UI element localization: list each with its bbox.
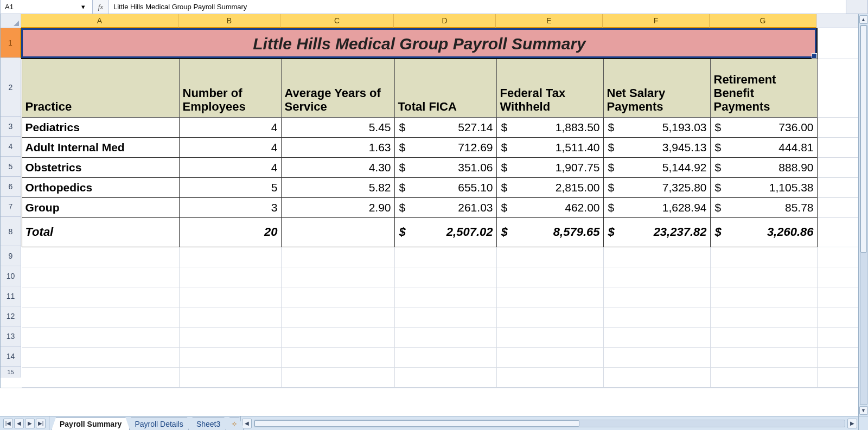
row-header-12[interactable]: 12: [1, 306, 21, 326]
cell-empty[interactable]: [394, 247, 496, 267]
cell-empty[interactable]: [281, 367, 394, 387]
cell-empty[interactable]: [710, 267, 817, 287]
cell-practice[interactable]: Pediatrics: [22, 117, 179, 137]
scroll-up-button[interactable]: ▲: [859, 15, 868, 24]
cell-num[interactable]: 4: [179, 117, 281, 137]
cell-ret[interactable]: $85.78: [710, 197, 817, 217]
cell-empty[interactable]: [710, 367, 817, 387]
cell-empty[interactable]: [179, 247, 281, 267]
hscroll-track[interactable]: [254, 420, 845, 427]
cell-ret[interactable]: $1,105.38: [710, 177, 817, 197]
cell-empty[interactable]: [281, 267, 394, 287]
horizontal-scrollbar[interactable]: ◀ ▶: [240, 416, 858, 430]
cell-empty[interactable]: [603, 247, 710, 267]
cell-empty[interactable]: [179, 307, 281, 327]
cell-empty[interactable]: [710, 287, 817, 307]
cell-fed[interactable]: $1,883.50: [496, 117, 603, 137]
scroll-down-button[interactable]: ▼: [859, 406, 868, 415]
cell-empty[interactable]: [496, 367, 603, 387]
hscroll-thumb[interactable]: [254, 420, 579, 427]
cell-empty[interactable]: [496, 347, 603, 367]
cell-avg[interactable]: 1.63: [281, 137, 394, 157]
cell-fed[interactable]: $462.00: [496, 197, 603, 217]
col-header-G[interactable]: G: [710, 14, 816, 28]
header-retirement[interactable]: Retirement Benefit Payments: [710, 59, 817, 117]
cell-empty[interactable]: [22, 307, 179, 327]
header-net-salary[interactable]: Net Salary Payments: [603, 59, 710, 117]
cell-empty[interactable]: [394, 367, 496, 387]
cell-empty[interactable]: [394, 267, 496, 287]
insert-function-button[interactable]: fx: [93, 0, 109, 14]
cell-empty[interactable]: [496, 307, 603, 327]
row-header-13[interactable]: 13: [1, 326, 21, 346]
formula-bar-expand[interactable]: [846, 0, 867, 14]
total-fed[interactable]: $8,579.65: [496, 217, 603, 247]
scroll-left-button[interactable]: ◀: [242, 419, 252, 428]
tab-nav-first[interactable]: |◀: [3, 419, 13, 428]
cell-fica[interactable]: $351.06: [394, 157, 496, 177]
cell-avg[interactable]: 5.45: [281, 117, 394, 137]
cell-net[interactable]: $5,193.03: [603, 117, 710, 137]
tab-payroll-summary[interactable]: Payroll Summary: [52, 418, 130, 430]
row-header-8[interactable]: 8: [1, 217, 21, 246]
header-total-fica[interactable]: Total FICA: [394, 59, 496, 117]
cell-num[interactable]: 5: [179, 177, 281, 197]
cell-empty[interactable]: [394, 287, 496, 307]
col-header-C[interactable]: C: [280, 14, 394, 28]
tab-sheet3[interactable]: Sheet3: [188, 418, 228, 430]
cell-empty[interactable]: [281, 287, 394, 307]
cell-empty[interactable]: [22, 347, 179, 367]
col-header-D[interactable]: D: [394, 14, 496, 28]
tab-nav-next[interactable]: ▶: [25, 419, 35, 428]
select-all-corner[interactable]: [1, 14, 21, 28]
cell-empty[interactable]: [281, 347, 394, 367]
cell-empty[interactable]: [281, 307, 394, 327]
cell-ret[interactable]: $736.00: [710, 117, 817, 137]
cell-empty[interactable]: [22, 247, 179, 267]
formula-input[interactable]: Little Hills Medical Group Payroll Summa…: [109, 0, 846, 14]
row-header-5[interactable]: 5: [1, 157, 21, 177]
cell-practice[interactable]: Orthopedics: [22, 177, 179, 197]
cell-avg[interactable]: 2.90: [281, 197, 394, 217]
header-num-employees[interactable]: Number of Employees: [179, 59, 281, 117]
row-header-6[interactable]: 6: [1, 177, 21, 197]
vertical-scrollbar[interactable]: ▲ ▼: [858, 14, 868, 416]
total-avg[interactable]: [281, 217, 394, 247]
cell-net[interactable]: $7,325.80: [603, 177, 710, 197]
cell-num[interactable]: 4: [179, 137, 281, 157]
cell-empty[interactable]: [179, 267, 281, 287]
cell-fica[interactable]: $261.03: [394, 197, 496, 217]
cell-empty[interactable]: [22, 367, 179, 387]
cell-net[interactable]: $1,628.94: [603, 197, 710, 217]
cell-empty[interactable]: [394, 327, 496, 347]
vscroll-track[interactable]: [860, 25, 867, 405]
row-header-4[interactable]: 4: [1, 137, 21, 157]
row-header-10[interactable]: 10: [1, 266, 21, 286]
row-header-2[interactable]: 2: [1, 58, 21, 117]
header-practice[interactable]: Practice: [22, 59, 179, 117]
total-ret[interactable]: $3,260.86: [710, 217, 817, 247]
cell-empty[interactable]: [22, 287, 179, 307]
row-header-11[interactable]: 11: [1, 286, 21, 306]
cell-net[interactable]: $5,144.92: [603, 157, 710, 177]
cell-fed[interactable]: $1,511.40: [496, 137, 603, 157]
name-box[interactable]: A1 ▾: [1, 0, 93, 14]
tab-nav-last[interactable]: ▶|: [36, 419, 46, 428]
cell-empty[interactable]: [603, 347, 710, 367]
row-header-1[interactable]: 1: [1, 28, 21, 58]
total-num[interactable]: 20: [179, 217, 281, 247]
cell-empty[interactable]: [710, 347, 817, 367]
cells-area[interactable]: Little Hills Medical Group Payroll Summa…: [21, 28, 867, 388]
cell-empty[interactable]: [394, 307, 496, 327]
row-header-15[interactable]: 15: [1, 367, 21, 377]
tab-nav-prev[interactable]: ◀: [14, 419, 24, 428]
cell-empty[interactable]: [179, 327, 281, 347]
total-label[interactable]: Total: [22, 217, 179, 247]
title-cell[interactable]: Little Hills Medical Group Payroll Summa…: [22, 29, 817, 59]
cell-num[interactable]: 4: [179, 157, 281, 177]
cell-empty[interactable]: [22, 327, 179, 347]
cell-ret[interactable]: $444.81: [710, 137, 817, 157]
cell-empty[interactable]: [179, 287, 281, 307]
cell-empty[interactable]: [496, 267, 603, 287]
cell-empty[interactable]: [603, 307, 710, 327]
